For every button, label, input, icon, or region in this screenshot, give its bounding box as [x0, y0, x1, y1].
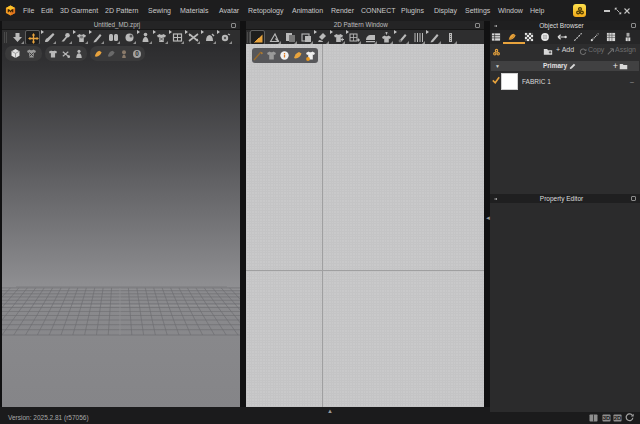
svg-text:3D: 3D	[603, 415, 611, 421]
svg-text:0: 0	[135, 50, 139, 57]
svg-text:2D: 2D	[614, 415, 622, 421]
